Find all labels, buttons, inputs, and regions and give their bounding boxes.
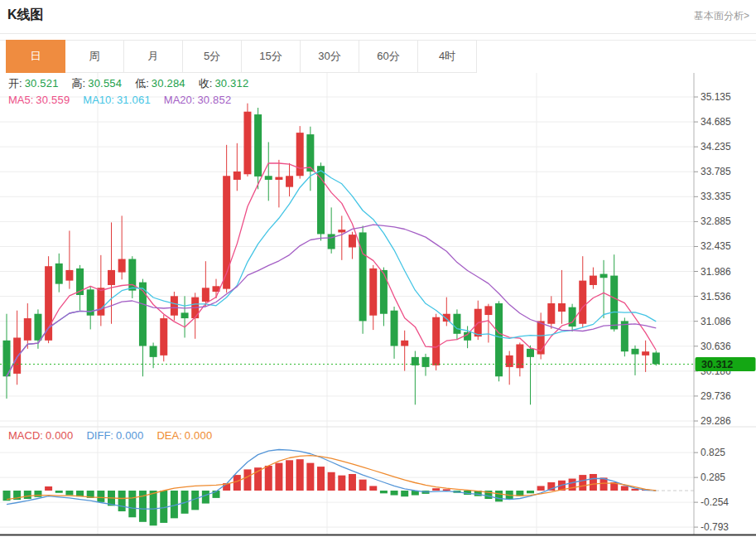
candle-up bbox=[286, 176, 293, 186]
candle-up bbox=[45, 266, 52, 341]
high-value-number: 30.554 bbox=[88, 77, 122, 90]
ma10-value-label: MA10: bbox=[83, 94, 114, 106]
low-value-label: 低: bbox=[135, 77, 149, 90]
close-value-number: 30.312 bbox=[214, 77, 248, 90]
diff-value: DIFF:0.000 bbox=[86, 429, 143, 442]
macd-bar-positive bbox=[306, 463, 314, 491]
ma20-value: MA20:30.852 bbox=[164, 94, 232, 106]
ma5-line bbox=[7, 163, 656, 377]
macd-bar-negative bbox=[24, 491, 31, 499]
price-tick-label: 32.885 bbox=[701, 215, 731, 227]
macd-bar-positive bbox=[328, 472, 335, 491]
candle-up bbox=[202, 288, 209, 302]
open-value-number: 30.521 bbox=[25, 77, 59, 90]
candle-down bbox=[621, 321, 628, 351]
candle-down bbox=[139, 283, 147, 346]
ma5-value: MA5:30.559 bbox=[8, 94, 70, 106]
macd-bar-positive bbox=[443, 489, 450, 491]
candle-up bbox=[369, 268, 377, 316]
candle-down bbox=[306, 134, 314, 172]
macd-bar-positive bbox=[286, 460, 293, 491]
candle-down bbox=[391, 311, 398, 346]
candle-up bbox=[97, 288, 104, 315]
tab-4hour[interactable]: 4时 bbox=[417, 40, 477, 73]
dea-value-number: 0.000 bbox=[185, 429, 213, 442]
candle-down bbox=[453, 314, 460, 334]
macd-bar-positive bbox=[369, 486, 377, 491]
macd-bar-negative bbox=[150, 491, 157, 525]
tab-15min[interactable]: 15分 bbox=[241, 40, 301, 73]
macd-bar-negative bbox=[391, 491, 398, 496]
macd-bar-positive bbox=[590, 474, 597, 491]
tab-month[interactable]: 月 bbox=[123, 40, 183, 73]
macd-bar-positive bbox=[579, 475, 586, 491]
price-tick-label: 35.135 bbox=[701, 91, 731, 103]
price-tick-label: 33.785 bbox=[701, 166, 731, 177]
close-value-label: 收: bbox=[199, 77, 213, 90]
open-value: 开:30.521 bbox=[8, 77, 59, 90]
candle-up bbox=[65, 270, 73, 281]
candle-down bbox=[328, 234, 335, 249]
dea-value-label: DEA: bbox=[156, 429, 181, 442]
open-value-label: 开: bbox=[8, 77, 22, 90]
macd-tick-label: 0.825 bbox=[701, 447, 725, 458]
price-tick-label: 29.286 bbox=[701, 415, 731, 427]
low-value-number: 30.284 bbox=[152, 77, 185, 90]
candle-up bbox=[642, 351, 649, 356]
tab-day[interactable]: 日 bbox=[6, 40, 65, 73]
macd-tick-label: 0.285 bbox=[701, 472, 725, 483]
macd-value-number: 0.000 bbox=[46, 429, 74, 442]
candle-down bbox=[34, 314, 41, 341]
ma5-value-number: 30.559 bbox=[36, 94, 70, 106]
candle-down bbox=[55, 264, 63, 284]
candle-up bbox=[432, 317, 440, 365]
candle-down bbox=[495, 303, 503, 376]
candle-down bbox=[380, 270, 388, 314]
diff-value-label: DIFF: bbox=[86, 429, 113, 442]
macd-bar-positive bbox=[296, 459, 304, 491]
candle-down bbox=[254, 114, 262, 177]
candle-up bbox=[275, 177, 282, 180]
ma5-value-label: MA5: bbox=[8, 94, 33, 106]
macd-bar-positive bbox=[359, 480, 367, 491]
macd-bar-positive bbox=[234, 475, 241, 491]
macd-bar-positive bbox=[275, 463, 282, 491]
macd-value-label: MACD: bbox=[8, 429, 43, 442]
candle-up bbox=[401, 341, 408, 346]
tab-30min[interactable]: 30分 bbox=[300, 40, 359, 73]
price-tick-label: 31.086 bbox=[701, 316, 731, 327]
candle-down bbox=[652, 352, 660, 364]
macd-bar-negative bbox=[97, 491, 104, 502]
candle-up bbox=[13, 337, 21, 373]
candle-up bbox=[118, 259, 126, 273]
candle-up bbox=[506, 356, 513, 367]
candle-down bbox=[610, 276, 618, 330]
macd-bar-positive bbox=[243, 469, 251, 491]
macd-bar-negative bbox=[128, 491, 136, 517]
tab-60min[interactable]: 60分 bbox=[359, 40, 418, 73]
macd-bar-negative bbox=[401, 491, 408, 496]
price-tick-label: 31.536 bbox=[701, 291, 731, 302]
tab-week[interactable]: 周 bbox=[65, 40, 124, 73]
candle-up bbox=[349, 235, 356, 247]
macd-bar-positive bbox=[317, 467, 325, 491]
period-tabs: 日周月5分15分30分60分4时 bbox=[7, 40, 477, 73]
candle-up bbox=[516, 344, 523, 368]
macd-bar-negative bbox=[118, 491, 126, 511]
ma10-value: MA10:31.061 bbox=[83, 94, 151, 106]
candle-down bbox=[150, 346, 157, 356]
candle-up bbox=[24, 318, 31, 341]
price-tick-label: 32.435 bbox=[701, 240, 731, 252]
macd-value: MACD:0.000 bbox=[8, 429, 73, 442]
ma10-line bbox=[7, 171, 656, 376]
close-value: 收:30.312 bbox=[199, 77, 249, 90]
macd-bar-positive bbox=[432, 488, 440, 491]
high-value: 高:30.554 bbox=[72, 77, 123, 90]
tab-5min[interactable]: 5分 bbox=[182, 40, 242, 73]
candle-up bbox=[547, 303, 555, 324]
candle-down bbox=[422, 357, 430, 367]
price-tick-label: 30.636 bbox=[701, 341, 731, 352]
ma-legend: MA5:30.559MA10:31.061MA20:30.852 bbox=[8, 94, 244, 106]
ma20-value-label: MA20: bbox=[164, 94, 195, 106]
macd-bar-positive bbox=[265, 466, 272, 491]
